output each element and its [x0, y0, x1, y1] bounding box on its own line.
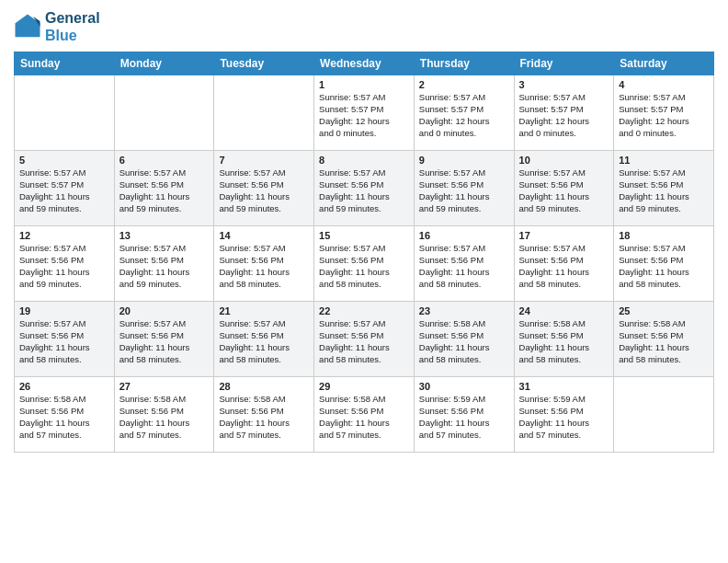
day-info: Sunrise: 5:58 AMSunset: 5:56 PMDaylight:…: [219, 394, 309, 441]
calendar-day-31: 31Sunrise: 5:59 AMSunset: 5:56 PMDayligh…: [514, 377, 614, 453]
day-number: 10: [519, 155, 609, 166]
svg-rect-2: [19, 26, 36, 36]
day-info: Sunrise: 5:57 AMSunset: 5:56 PMDaylight:…: [419, 243, 509, 290]
calendar-day-25: 25Sunrise: 5:58 AMSunset: 5:56 PMDayligh…: [614, 302, 714, 377]
calendar-day-8: 8Sunrise: 5:57 AMSunset: 5:56 PMDaylight…: [314, 151, 415, 226]
day-number: 6: [119, 155, 210, 166]
calendar-day-17: 17Sunrise: 5:57 AMSunset: 5:56 PMDayligh…: [514, 226, 614, 302]
day-number: 5: [19, 155, 109, 166]
calendar-table: SundayMondayTuesdayWednesdayThursdayFrid…: [14, 52, 714, 453]
day-number: 8: [319, 155, 409, 166]
day-info: Sunrise: 5:57 AMSunset: 5:56 PMDaylight:…: [319, 167, 409, 214]
day-number: 26: [19, 381, 109, 392]
day-info: Sunrise: 5:59 AMSunset: 5:56 PMDaylight:…: [419, 394, 509, 441]
calendar-week-row: 5Sunrise: 5:57 AMSunset: 5:57 PMDaylight…: [15, 151, 714, 226]
calendar-day-20: 20Sunrise: 5:57 AMSunset: 5:56 PMDayligh…: [114, 302, 214, 377]
calendar-day-empty: [15, 75, 115, 151]
day-number: 1: [319, 79, 409, 90]
calendar-day-3: 3Sunrise: 5:57 AMSunset: 5:57 PMDaylight…: [514, 75, 614, 151]
calendar-day-21: 21Sunrise: 5:57 AMSunset: 5:56 PMDayligh…: [214, 302, 314, 377]
calendar-day-18: 18Sunrise: 5:57 AMSunset: 5:56 PMDayligh…: [614, 226, 714, 302]
logo: General Blue: [14, 9, 100, 44]
weekday-header-thursday: Thursday: [414, 52, 514, 75]
calendar-day-7: 7Sunrise: 5:57 AMSunset: 5:56 PMDaylight…: [214, 151, 314, 226]
day-info: Sunrise: 5:57 AMSunset: 5:56 PMDaylight:…: [119, 318, 210, 365]
day-number: 17: [519, 230, 609, 241]
calendar-day-4: 4Sunrise: 5:57 AMSunset: 5:57 PMDaylight…: [614, 75, 714, 151]
calendar-day-30: 30Sunrise: 5:59 AMSunset: 5:56 PMDayligh…: [414, 377, 514, 453]
calendar-day-6: 6Sunrise: 5:57 AMSunset: 5:56 PMDaylight…: [114, 151, 214, 226]
day-info: Sunrise: 5:57 AMSunset: 5:57 PMDaylight:…: [619, 92, 709, 139]
weekday-header-tuesday: Tuesday: [214, 52, 314, 75]
calendar-week-row: 19Sunrise: 5:57 AMSunset: 5:56 PMDayligh…: [15, 302, 714, 377]
day-info: Sunrise: 5:58 AMSunset: 5:56 PMDaylight:…: [119, 394, 210, 441]
day-number: 30: [419, 381, 509, 392]
calendar-week-row: 1Sunrise: 5:57 AMSunset: 5:57 PMDaylight…: [15, 75, 714, 151]
calendar-day-16: 16Sunrise: 5:57 AMSunset: 5:56 PMDayligh…: [414, 226, 514, 302]
day-info: Sunrise: 5:57 AMSunset: 5:57 PMDaylight:…: [19, 167, 109, 214]
day-info: Sunrise: 5:57 AMSunset: 5:56 PMDaylight:…: [319, 243, 409, 290]
day-info: Sunrise: 5:57 AMSunset: 5:56 PMDaylight:…: [119, 167, 210, 214]
day-number: 18: [619, 230, 709, 241]
day-number: 23: [419, 305, 509, 316]
calendar-day-11: 11Sunrise: 5:57 AMSunset: 5:56 PMDayligh…: [614, 151, 714, 226]
day-number: 29: [319, 381, 409, 392]
day-info: Sunrise: 5:57 AMSunset: 5:56 PMDaylight:…: [219, 167, 309, 214]
day-info: Sunrise: 5:57 AMSunset: 5:56 PMDaylight:…: [419, 167, 509, 214]
day-info: Sunrise: 5:57 AMSunset: 5:56 PMDaylight:…: [219, 243, 309, 290]
day-number: 13: [119, 230, 210, 241]
day-number: 19: [19, 305, 109, 316]
calendar-day-22: 22Sunrise: 5:57 AMSunset: 5:56 PMDayligh…: [314, 302, 415, 377]
day-number: 24: [519, 305, 609, 316]
weekday-header-sunday: Sunday: [15, 52, 115, 75]
day-info: Sunrise: 5:57 AMSunset: 5:56 PMDaylight:…: [119, 243, 210, 290]
calendar-day-19: 19Sunrise: 5:57 AMSunset: 5:56 PMDayligh…: [15, 302, 115, 377]
calendar-day-29: 29Sunrise: 5:58 AMSunset: 5:56 PMDayligh…: [314, 377, 415, 453]
day-number: 9: [419, 155, 509, 166]
day-number: 28: [219, 381, 309, 392]
day-number: 20: [119, 305, 210, 316]
day-number: 14: [219, 230, 309, 241]
day-info: Sunrise: 5:57 AMSunset: 5:57 PMDaylight:…: [319, 92, 409, 139]
day-info: Sunrise: 5:58 AMSunset: 5:56 PMDaylight:…: [619, 318, 709, 365]
day-info: Sunrise: 5:59 AMSunset: 5:56 PMDaylight:…: [519, 394, 609, 441]
header: General Blue: [14, 9, 714, 44]
day-info: Sunrise: 5:57 AMSunset: 5:56 PMDaylight:…: [619, 243, 709, 290]
calendar-day-13: 13Sunrise: 5:57 AMSunset: 5:56 PMDayligh…: [114, 226, 214, 302]
day-info: Sunrise: 5:57 AMSunset: 5:57 PMDaylight:…: [519, 92, 609, 139]
day-number: 22: [319, 305, 409, 316]
calendar-day-9: 9Sunrise: 5:57 AMSunset: 5:56 PMDaylight…: [414, 151, 514, 226]
day-info: Sunrise: 5:57 AMSunset: 5:56 PMDaylight:…: [19, 318, 109, 365]
day-number: 4: [619, 79, 709, 90]
calendar-day-14: 14Sunrise: 5:57 AMSunset: 5:56 PMDayligh…: [214, 226, 314, 302]
day-number: 3: [519, 79, 609, 90]
logo-icon: [14, 13, 41, 40]
calendar-header-row: SundayMondayTuesdayWednesdayThursdayFrid…: [15, 52, 714, 75]
day-info: Sunrise: 5:57 AMSunset: 5:56 PMDaylight:…: [19, 243, 109, 290]
day-info: Sunrise: 5:58 AMSunset: 5:56 PMDaylight:…: [419, 318, 509, 365]
weekday-header-saturday: Saturday: [614, 52, 714, 75]
calendar-day-28: 28Sunrise: 5:58 AMSunset: 5:56 PMDayligh…: [214, 377, 314, 453]
day-number: 2: [419, 79, 509, 90]
day-info: Sunrise: 5:58 AMSunset: 5:56 PMDaylight:…: [19, 394, 109, 441]
day-info: Sunrise: 5:57 AMSunset: 5:56 PMDaylight:…: [319, 318, 409, 365]
weekday-header-friday: Friday: [514, 52, 614, 75]
calendar-day-23: 23Sunrise: 5:58 AMSunset: 5:56 PMDayligh…: [414, 302, 514, 377]
calendar-day-12: 12Sunrise: 5:57 AMSunset: 5:56 PMDayligh…: [15, 226, 115, 302]
day-number: 12: [19, 230, 109, 241]
day-info: Sunrise: 5:57 AMSunset: 5:57 PMDaylight:…: [419, 92, 509, 139]
logo-text: General Blue: [45, 9, 100, 44]
calendar-day-27: 27Sunrise: 5:58 AMSunset: 5:56 PMDayligh…: [114, 377, 214, 453]
day-info: Sunrise: 5:57 AMSunset: 5:56 PMDaylight:…: [519, 243, 609, 290]
calendar-week-row: 26Sunrise: 5:58 AMSunset: 5:56 PMDayligh…: [15, 377, 714, 453]
day-number: 16: [419, 230, 509, 241]
calendar-week-row: 12Sunrise: 5:57 AMSunset: 5:56 PMDayligh…: [15, 226, 714, 302]
calendar-day-empty: [114, 75, 214, 151]
day-info: Sunrise: 5:58 AMSunset: 5:56 PMDaylight:…: [319, 394, 409, 441]
calendar-day-empty: [614, 377, 714, 453]
page: General Blue SundayMondayTuesdayWednesda…: [0, 0, 728, 563]
calendar-day-15: 15Sunrise: 5:57 AMSunset: 5:56 PMDayligh…: [314, 226, 415, 302]
calendar-day-24: 24Sunrise: 5:58 AMSunset: 5:56 PMDayligh…: [514, 302, 614, 377]
calendar-day-2: 2Sunrise: 5:57 AMSunset: 5:57 PMDaylight…: [414, 75, 514, 151]
day-number: 15: [319, 230, 409, 241]
